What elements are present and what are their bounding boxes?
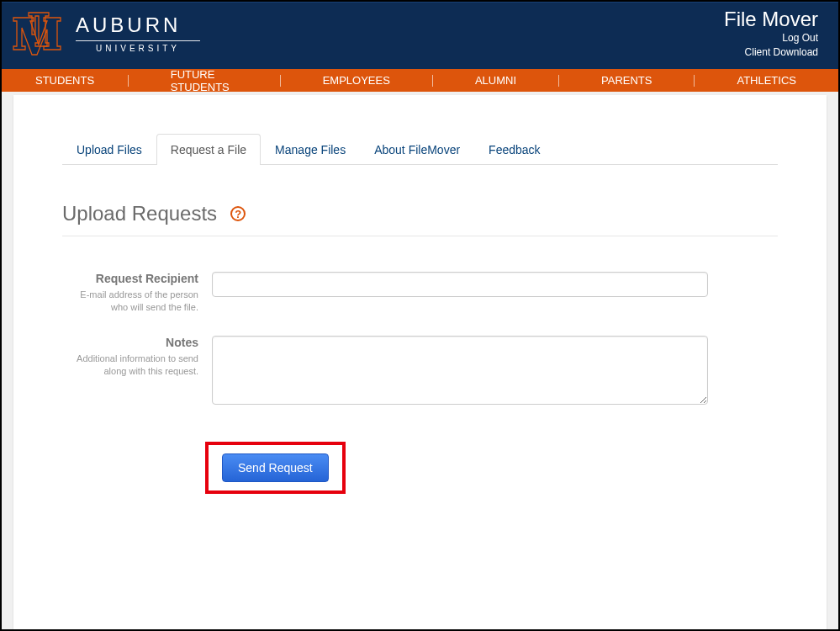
- nav-item-future-students[interactable]: FUTURE STUDENTS: [128, 69, 280, 92]
- help-icon[interactable]: ?: [230, 206, 246, 221]
- tab-bar: Upload Files Request a File Manage Files…: [62, 134, 778, 165]
- section-title: Upload Requests: [62, 202, 217, 225]
- wordmark-bottom: UNIVERSITY: [76, 44, 200, 53]
- nav-item-alumni[interactable]: ALUMNI: [432, 69, 558, 92]
- notes-textarea[interactable]: [212, 336, 708, 405]
- nav-item-parents[interactable]: PARENTS: [558, 69, 694, 92]
- wordmark-divider: [76, 40, 200, 41]
- primary-nav: STUDENTS FUTURE STUDENTS EMPLOYEES ALUMN…: [2, 69, 838, 92]
- header: AUBURN UNIVERSITY File Mover Log Out Cli…: [2, 2, 838, 69]
- tab-feedback[interactable]: Feedback: [474, 134, 554, 165]
- app-title: File Mover: [724, 8, 818, 31]
- nav-item-employees[interactable]: EMPLOYEES: [280, 69, 432, 92]
- send-request-highlight: Send Request: [205, 442, 346, 494]
- tab-about-filemover[interactable]: About FileMover: [360, 134, 474, 165]
- logout-link[interactable]: Log Out: [724, 31, 818, 45]
- nav-item-athletics[interactable]: ATHLETICS: [694, 69, 838, 92]
- tab-manage-files[interactable]: Manage Files: [261, 134, 360, 165]
- request-form: Request Recipient E-mail address of the …: [62, 272, 778, 494]
- notes-label: Notes: [62, 336, 198, 349]
- nav-item-students[interactable]: STUDENTS: [2, 69, 128, 92]
- recipient-label: Request Recipient: [62, 272, 198, 285]
- auburn-logo-icon: [12, 9, 66, 56]
- recipient-input[interactable]: [212, 272, 708, 297]
- section-title-row: Upload Requests ?: [62, 202, 778, 236]
- tab-upload-files[interactable]: Upload Files: [62, 134, 156, 165]
- send-request-button[interactable]: Send Request: [222, 453, 329, 482]
- tab-request-a-file[interactable]: Request a File: [156, 134, 261, 165]
- logo-block: AUBURN UNIVERSITY: [12, 9, 200, 56]
- recipient-help: E-mail address of the person who will se…: [62, 289, 198, 314]
- header-right: File Mover Log Out Client Download: [724, 8, 818, 60]
- page-body: Upload Files Request a File Manage Files…: [2, 92, 838, 629]
- wordmark-top: AUBURN: [76, 13, 200, 37]
- content-card: Upload Files Request a File Manage Files…: [13, 95, 827, 629]
- client-download-link[interactable]: Client Download: [724, 45, 818, 60]
- wordmark: AUBURN UNIVERSITY: [76, 13, 200, 53]
- notes-help: Additional information to send along wit…: [62, 353, 198, 378]
